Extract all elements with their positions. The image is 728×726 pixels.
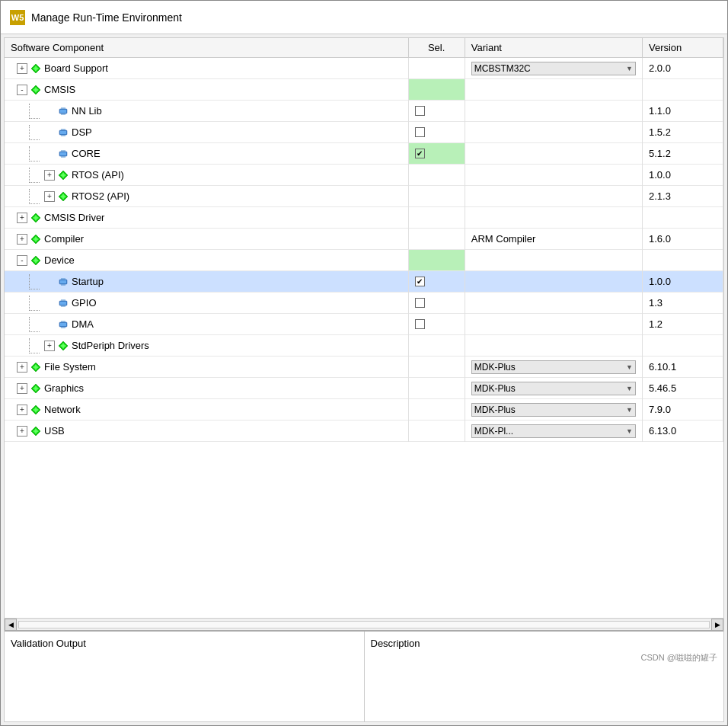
- table-row[interactable]: + Board SupportMCBSTM32C▼2.0.0: [5, 58, 723, 79]
- collapse-button[interactable]: -: [17, 85, 27, 95]
- table-row[interactable]: - CMSIS: [5, 79, 723, 101]
- component-label: Board Support: [44, 62, 108, 74]
- table-row[interactable]: CORE5.1.2: [5, 143, 723, 165]
- checkbox-unchecked[interactable]: [415, 319, 425, 329]
- scroll-left-arrow[interactable]: ◀: [5, 619, 17, 631]
- table-container[interactable]: Software Component Sel. Variant Version …: [5, 38, 723, 618]
- diamond-icon: [30, 426, 41, 437]
- variant-dropdown[interactable]: MCBSTM32C▼: [471, 62, 636, 75]
- table-row[interactable]: + RTOS (API)1.0.0: [5, 165, 723, 186]
- component-name-cell: - Device: [5, 250, 408, 271]
- sel-cell[interactable]: [408, 399, 465, 421]
- expand-button[interactable]: +: [17, 383, 27, 394]
- table-row[interactable]: + CMSIS Driver: [5, 207, 723, 229]
- table-row[interactable]: + File SystemMDK-Plus▼6.10.1: [5, 357, 723, 378]
- description-panel: Description CSDN @嗞嗞的罐子: [365, 632, 724, 721]
- checkbox-unchecked[interactable]: [415, 298, 425, 308]
- expand-button[interactable]: +: [17, 362, 27, 373]
- variant-cell[interactable]: MDK-Plus▼: [465, 357, 642, 378]
- sel-cell[interactable]: [408, 335, 465, 357]
- collapse-button[interactable]: -: [17, 255, 27, 266]
- bottom-panels: Validation Output Description CSDN @嗞嗞的罐…: [5, 630, 723, 721]
- sel-cell[interactable]: [408, 378, 465, 399]
- scroll-right-arrow[interactable]: ▶: [711, 619, 723, 631]
- component-name-cell: Startup: [5, 271, 408, 293]
- table-row[interactable]: GPIO1.3: [5, 293, 723, 314]
- expand-button[interactable]: +: [17, 405, 27, 415]
- sel-cell[interactable]: [408, 357, 465, 378]
- variant-dropdown[interactable]: MDK-Pl...▼: [471, 424, 636, 438]
- table-row[interactable]: + CompilerARM Compiler1.6.0: [5, 229, 723, 250]
- variant-cell[interactable]: MDK-Pl...▼: [465, 421, 642, 442]
- variant-cell[interactable]: MDK-Plus▼: [465, 399, 642, 421]
- component-name-cell: + StdPeriph Drivers: [5, 335, 408, 357]
- table-row[interactable]: Startup1.0.0: [5, 271, 723, 293]
- variant-cell: [465, 165, 642, 186]
- variant-value: MDK-Plus: [474, 362, 624, 373]
- sel-cell[interactable]: [408, 314, 465, 335]
- version-cell: [642, 207, 723, 229]
- sel-cell[interactable]: [408, 271, 465, 293]
- version-cell: 1.5.2: [642, 122, 723, 143]
- expand-button[interactable]: +: [44, 170, 55, 181]
- expand-button[interactable]: +: [17, 213, 27, 223]
- scroll-track[interactable]: [18, 621, 710, 628]
- sel-cell[interactable]: [408, 186, 465, 207]
- variant-dropdown[interactable]: MDK-Plus▼: [471, 403, 636, 417]
- version-cell: 1.6.0: [642, 229, 723, 250]
- sel-cell[interactable]: [408, 250, 465, 271]
- checkbox-unchecked[interactable]: [415, 106, 425, 116]
- expand-button[interactable]: +: [17, 63, 27, 74]
- component-name-cell: + USB: [5, 421, 408, 442]
- variant-cell[interactable]: MCBSTM32C▼: [465, 58, 642, 79]
- table-row[interactable]: + StdPeriph Drivers: [5, 335, 723, 357]
- sel-cell[interactable]: [408, 79, 465, 101]
- table-row[interactable]: DSP1.5.2: [5, 122, 723, 143]
- sel-cell[interactable]: [408, 58, 465, 79]
- expand-button[interactable]: +: [17, 426, 27, 437]
- component-label: Startup: [72, 276, 104, 287]
- variant-cell: [465, 271, 642, 293]
- chip-icon: [58, 298, 69, 309]
- sel-cell[interactable]: [408, 421, 465, 442]
- sel-cell[interactable]: [408, 293, 465, 314]
- dropdown-arrow-icon: ▼: [626, 385, 633, 392]
- table-row[interactable]: + USBMDK-Pl...▼6.13.0: [5, 421, 723, 442]
- table-row[interactable]: + RTOS2 (API)2.1.3: [5, 186, 723, 207]
- checkbox-unchecked[interactable]: [415, 127, 425, 137]
- tree-spacer: [44, 319, 55, 330]
- col-header-variant: Variant: [465, 38, 642, 58]
- diamond-icon: [30, 85, 41, 95]
- component-label: Device: [44, 254, 75, 266]
- expand-button[interactable]: +: [44, 341, 55, 351]
- checkbox-checked[interactable]: [415, 149, 425, 158]
- checkbox-checked[interactable]: [415, 277, 425, 286]
- sel-cell[interactable]: [408, 229, 465, 250]
- sel-cell[interactable]: [408, 165, 465, 186]
- table-row[interactable]: + NetworkMDK-Plus▼7.9.0: [5, 399, 723, 421]
- variant-dropdown[interactable]: MDK-Plus▼: [471, 360, 636, 374]
- horizontal-scrollbar[interactable]: ◀ ▶: [5, 618, 723, 630]
- window-title: Manage Run-Time Environment: [31, 11, 182, 24]
- component-name-cell: + RTOS (API): [5, 165, 408, 186]
- table-row[interactable]: - Device: [5, 250, 723, 271]
- table-row[interactable]: NN Lib1.1.0: [5, 101, 723, 122]
- variant-dropdown[interactable]: MDK-Plus▼: [471, 382, 636, 395]
- version-cell: [642, 335, 723, 357]
- variant-cell: [465, 335, 642, 357]
- version-cell: 6.10.1: [642, 357, 723, 378]
- sel-cell[interactable]: [408, 143, 465, 165]
- table-row[interactable]: DMA1.2: [5, 314, 723, 335]
- sel-cell[interactable]: [408, 101, 465, 122]
- svg-rect-17: [60, 131, 66, 134]
- table-row[interactable]: + GraphicsMDK-Plus▼5.46.5: [5, 378, 723, 399]
- expand-button[interactable]: +: [44, 191, 55, 202]
- variant-cell[interactable]: MDK-Plus▼: [465, 378, 642, 399]
- sel-cell[interactable]: [408, 122, 465, 143]
- component-label: DMA: [72, 318, 94, 330]
- component-name-cell: + Board Support: [5, 58, 408, 79]
- sel-cell[interactable]: [408, 207, 465, 229]
- validation-title: Validation Output: [11, 638, 358, 649]
- chip-icon: [58, 319, 69, 330]
- expand-button[interactable]: +: [17, 234, 27, 245]
